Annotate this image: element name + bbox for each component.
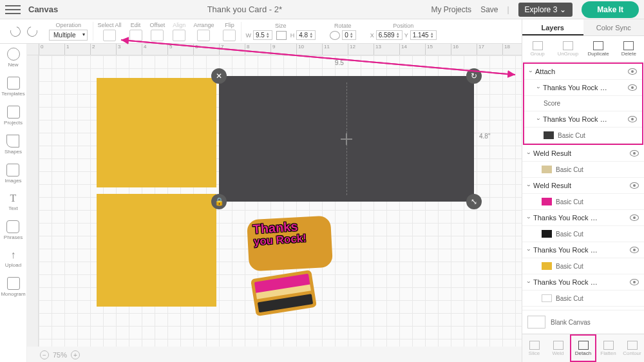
layer-thanks-2[interactable]: ›Thanks You Rock …: [524, 111, 642, 128]
zoom-in-icon[interactable]: +: [71, 350, 80, 359]
visibility-icon[interactable]: [628, 116, 637, 122]
visibility-icon[interactable]: [628, 84, 637, 91]
rail-images[interactable]: Images: [5, 164, 21, 184]
rail-shapes[interactable]: Shapes: [5, 135, 22, 155]
explore-dropdown[interactable]: Explore 3⌄: [518, 3, 573, 17]
chevron-icon: ›: [526, 281, 532, 283]
canvas-mat[interactable]: ✕ ↻ 🔒 ⤡ 9.5 4.8" Thanksyou Rock!: [39, 55, 522, 347]
rotate-input[interactable]: 0▲▼: [342, 30, 356, 40]
arrange-label: Arrange: [193, 22, 214, 28]
tool-slice[interactable]: Slice: [522, 334, 546, 362]
shape-dark-card[interactable]: [219, 76, 474, 202]
rail-upload[interactable]: ↑Upload: [5, 249, 21, 268]
tool-delete[interactable]: Delete: [614, 36, 644, 61]
undo-icon[interactable]: [8, 24, 23, 39]
blank-canvas-row[interactable]: Blank Canvas: [522, 310, 644, 334]
rail-monogram[interactable]: Monogram: [1, 277, 25, 297]
lock-icon[interactable]: [276, 31, 287, 40]
layer-thanks-ca-2[interactable]: ›Thanks You Rock Ca…: [522, 242, 644, 258]
flip-button[interactable]: [223, 30, 236, 41]
templates-icon: [7, 77, 20, 90]
layer-thanks-ca-1[interactable]: ›Thanks You Rock Ca…: [522, 210, 644, 226]
visibility-icon[interactable]: [630, 182, 639, 189]
visibility-icon[interactable]: [628, 68, 637, 75]
layer-thanks-ca-3[interactable]: ›Thanks You Rock Ca…: [522, 274, 644, 291]
zoom-out-icon[interactable]: −: [40, 350, 49, 359]
offset-button[interactable]: [151, 30, 164, 41]
color-swatch: [542, 262, 552, 270]
edit-button[interactable]: [129, 30, 142, 41]
offset-label: Offset: [150, 22, 166, 28]
duplicate-icon: [593, 41, 603, 50]
rail-phrases[interactable]: Phrases: [4, 220, 23, 240]
zoom-control[interactable]: − 75% +: [40, 350, 80, 359]
chevron-icon: ›: [527, 71, 534, 73]
y-label: Y: [404, 32, 408, 39]
color-swatch: [544, 131, 554, 139]
tool-detach[interactable]: Detach: [570, 334, 596, 362]
monogram-icon: [7, 277, 20, 290]
tab-layers[interactable]: Layers: [522, 19, 583, 35]
shape-yellow-top[interactable]: [97, 78, 216, 187]
layer-basic-cut-1[interactable]: Basic Cut: [524, 128, 642, 144]
tool-group[interactable]: Group: [522, 36, 553, 61]
layer-basic-cut-3[interactable]: Basic Cut: [522, 194, 644, 210]
handle-resize-icon[interactable]: ⤡: [466, 194, 482, 209]
chevron-icon: ›: [526, 153, 532, 155]
thanks-you-rock-art[interactable]: Thanksyou Rock!: [248, 218, 332, 269]
layer-basic-cut-6[interactable]: Basic Cut: [522, 291, 644, 307]
layer-weld-1[interactable]: ›Weld Result: [522, 146, 644, 162]
x-input[interactable]: 6.589▲▼: [376, 30, 402, 40]
handle-lock-icon[interactable]: 🔒: [211, 194, 227, 209]
save-button[interactable]: Save: [480, 5, 498, 14]
separator: |: [507, 5, 509, 14]
ungroup-icon: [563, 41, 573, 50]
select-all-button[interactable]: [103, 30, 116, 41]
rail-projects[interactable]: Projects: [4, 106, 23, 126]
visibility-icon[interactable]: [630, 214, 639, 221]
chevron-icon: ›: [535, 87, 542, 89]
tab-color-sync[interactable]: Color Sync: [583, 19, 645, 35]
my-projects-link[interactable]: My Projects: [431, 5, 471, 14]
tool-ungroup[interactable]: UnGroup: [553, 36, 583, 61]
slice-icon: [529, 341, 540, 350]
arrange-button[interactable]: [197, 30, 210, 41]
tool-duplicate[interactable]: Duplicate: [583, 36, 614, 61]
height-input[interactable]: 4.8▲▼: [296, 30, 316, 40]
handle-rotate-icon[interactable]: ↻: [466, 68, 482, 84]
menu-icon[interactable]: [5, 4, 21, 15]
align-button[interactable]: [173, 30, 185, 41]
layer-basic-cut-2[interactable]: Basic Cut: [522, 162, 644, 178]
tool-weld[interactable]: Weld: [546, 334, 570, 362]
ruler-horizontal: 0123456789101112131415161718: [27, 44, 522, 55]
make-it-button[interactable]: Make It: [582, 1, 639, 18]
select-all-label: Select All: [97, 22, 121, 28]
rail-text[interactable]: TText: [8, 193, 18, 211]
layer-weld-2[interactable]: ›Weld Result: [522, 178, 644, 194]
layer-thanks-1[interactable]: ›Thanks You Rock …: [524, 80, 642, 96]
layer-basic-cut-5[interactable]: Basic Cut: [522, 258, 644, 274]
chevron-down-icon: ⌄: [560, 5, 566, 14]
layer-attach[interactable]: ›Attach: [524, 64, 642, 80]
app-name: Canvas: [28, 5, 58, 14]
rail-templates[interactable]: Templates: [1, 77, 24, 97]
operation-dropdown[interactable]: Multiple: [49, 30, 88, 41]
blank-swatch: [527, 316, 545, 329]
dimension-width: 9.5: [335, 59, 344, 66]
tool-flatten[interactable]: Flatten: [596, 334, 620, 362]
y-input[interactable]: 1.145▲▼: [410, 30, 437, 40]
redo-icon[interactable]: [25, 24, 39, 39]
width-input[interactable]: 9.5▲▼: [253, 30, 272, 40]
layer-basic-cut-4[interactable]: Basic Cut: [522, 226, 644, 242]
visibility-icon[interactable]: [630, 279, 639, 285]
visibility-icon[interactable]: [630, 247, 639, 253]
chevron-icon: ›: [526, 217, 532, 219]
cassette-art[interactable]: [251, 270, 317, 316]
phrases-icon: [6, 220, 19, 233]
tool-contour[interactable]: Contour: [620, 334, 644, 362]
rail-new[interactable]: New: [7, 48, 20, 68]
handle-delete-icon[interactable]: ✕: [211, 68, 227, 84]
shape-yellow-bottom[interactable]: [97, 194, 216, 307]
layer-score[interactable]: Score: [524, 96, 642, 111]
visibility-icon[interactable]: [630, 150, 639, 157]
